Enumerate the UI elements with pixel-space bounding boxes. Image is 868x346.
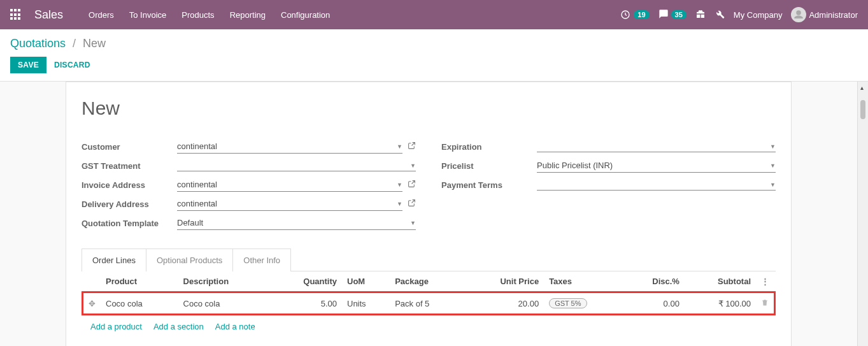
external-link-icon[interactable] bbox=[408, 199, 416, 209]
invoice-address-value: continental bbox=[177, 180, 217, 189]
discuss-button[interactable]: 35 bbox=[658, 9, 687, 21]
order-lines-table: Product Description Quantity UoM Package… bbox=[82, 271, 776, 315]
tabs: Order Lines Optional Products Other Info bbox=[82, 249, 291, 271]
menu-orders[interactable]: Orders bbox=[89, 10, 114, 20]
label-expiration: Expiration bbox=[441, 142, 537, 152]
apps-grid-icon[interactable] bbox=[10, 9, 22, 20]
gst-treatment-field[interactable]: ▼ bbox=[177, 161, 416, 171]
app-brand[interactable]: Sales bbox=[34, 8, 63, 22]
breadcrumb: Quotations / New bbox=[10, 37, 858, 50]
cell-product[interactable]: Coco cola bbox=[101, 292, 178, 315]
pricelist-field[interactable]: Public Pricelist (INR) ▼ bbox=[537, 159, 776, 173]
discuss-badge: 35 bbox=[671, 10, 687, 19]
label-pricelist: Pricelist bbox=[441, 161, 537, 171]
breadcrumb-separator: / bbox=[73, 37, 76, 50]
avatar-icon bbox=[791, 7, 806, 22]
delivery-address-field[interactable]: continental ▼ bbox=[177, 197, 402, 211]
quotation-template-field[interactable]: Default ▼ bbox=[177, 216, 416, 230]
user-menu[interactable]: Administrator bbox=[791, 7, 858, 22]
table-row[interactable]: ✥ Coco cola Coco cola 5.00 Units Pack of… bbox=[83, 292, 775, 315]
customer-value: continental bbox=[177, 141, 217, 151]
drag-handle-icon[interactable]: ✥ bbox=[89, 299, 96, 308]
cell-subtotal: ₹ 100.00 bbox=[685, 292, 756, 315]
tax-chip[interactable]: GST 5% bbox=[549, 298, 587, 308]
chevron-down-icon: ▼ bbox=[770, 182, 776, 188]
gift-button[interactable] bbox=[695, 9, 706, 21]
cell-uom[interactable]: Units bbox=[342, 292, 390, 315]
save-button[interactable]: SAVE bbox=[10, 57, 46, 73]
invoice-address-field[interactable]: continental ▼ bbox=[177, 178, 402, 192]
scroll-up-arrow-icon[interactable]: ▴ bbox=[860, 84, 865, 91]
discard-button[interactable]: DISCARD bbox=[54, 61, 90, 69]
external-link-icon[interactable] bbox=[408, 141, 416, 152]
subheader: Quotations / New SAVE DISCARD bbox=[0, 29, 868, 82]
cell-package[interactable]: Pack of 5 bbox=[390, 292, 464, 315]
th-quantity: Quantity bbox=[270, 271, 342, 292]
add-links: Add a product Add a section Add a note bbox=[82, 315, 776, 338]
cell-quantity[interactable]: 5.00 bbox=[270, 292, 342, 315]
column-menu-icon[interactable]: ⋮ bbox=[761, 277, 769, 286]
top-right: 19 35 My Company Administrator bbox=[620, 7, 858, 22]
breadcrumb-root[interactable]: Quotations bbox=[10, 37, 66, 50]
th-package: Package bbox=[390, 271, 464, 292]
company-selector[interactable]: My Company bbox=[734, 10, 783, 20]
external-link-icon[interactable] bbox=[408, 180, 416, 190]
activities-button[interactable]: 19 bbox=[620, 9, 649, 20]
activities-badge: 19 bbox=[634, 10, 649, 19]
add-product-link[interactable]: Add a product bbox=[90, 322, 142, 331]
th-uom: UoM bbox=[342, 271, 390, 292]
th-unit-price: Unit Price bbox=[464, 271, 544, 292]
payment-terms-field[interactable]: ▼ bbox=[537, 180, 776, 191]
menu-configuration[interactable]: Configuration bbox=[281, 10, 330, 20]
scroll-thumb[interactable] bbox=[860, 100, 865, 119]
menu-to-invoice[interactable]: To Invoice bbox=[129, 10, 167, 20]
expiration-field[interactable]: ▼ bbox=[537, 141, 776, 152]
main-menu: Orders To Invoice Products Reporting Con… bbox=[89, 10, 620, 20]
user-name: Administrator bbox=[809, 10, 858, 20]
chat-icon bbox=[658, 9, 669, 21]
chevron-down-icon: ▼ bbox=[770, 143, 776, 150]
tab-optional-products[interactable]: Optional Products bbox=[146, 249, 233, 271]
customer-field[interactable]: continental ▼ bbox=[177, 140, 402, 154]
chevron-down-icon: ▼ bbox=[770, 162, 776, 169]
pricelist-value: Public Pricelist (INR) bbox=[537, 161, 613, 170]
svg-point-1 bbox=[797, 10, 802, 15]
label-quotation-template: Quotation Template bbox=[82, 219, 177, 228]
add-section-link[interactable]: Add a section bbox=[153, 322, 204, 331]
add-note-link[interactable]: Add a note bbox=[215, 322, 255, 331]
label-gst-treatment: GST Treatment bbox=[82, 161, 177, 171]
debug-button[interactable] bbox=[715, 9, 725, 21]
chevron-down-icon: ▼ bbox=[397, 201, 402, 207]
label-delivery-address: Delivery Address bbox=[82, 199, 177, 209]
th-taxes: Taxes bbox=[544, 271, 623, 292]
clock-icon bbox=[620, 9, 631, 20]
label-customer: Customer bbox=[82, 142, 177, 152]
delivery-address-value: continental bbox=[177, 199, 217, 208]
wrench-icon bbox=[715, 9, 725, 21]
label-invoice-address: Invoice Address bbox=[82, 180, 177, 190]
trash-icon[interactable] bbox=[761, 299, 769, 308]
th-description: Description bbox=[178, 271, 270, 292]
th-subtotal: Subtotal bbox=[685, 271, 756, 292]
menu-products[interactable]: Products bbox=[181, 10, 214, 20]
gift-icon bbox=[695, 9, 706, 21]
breadcrumb-current: New bbox=[83, 37, 106, 50]
cell-disc[interactable]: 0.00 bbox=[623, 292, 685, 315]
tab-order-lines[interactable]: Order Lines bbox=[82, 249, 146, 271]
menu-reporting[interactable]: Reporting bbox=[230, 10, 266, 20]
action-row: SAVE DISCARD bbox=[10, 57, 858, 73]
quotation-template-value: Default bbox=[177, 218, 203, 227]
label-payment-terms: Payment Terms bbox=[441, 180, 537, 190]
topbar: Sales Orders To Invoice Products Reporti… bbox=[0, 0, 868, 29]
cell-description[interactable]: Coco cola bbox=[178, 292, 270, 315]
chevron-down-icon: ▼ bbox=[410, 220, 416, 226]
chevron-down-icon: ▼ bbox=[397, 143, 402, 150]
vertical-scrollbar[interactable]: ▴ bbox=[857, 82, 868, 346]
chevron-down-icon: ▼ bbox=[397, 182, 402, 188]
cell-unit-price[interactable]: 20.00 bbox=[464, 292, 544, 315]
tab-other-info[interactable]: Other Info bbox=[233, 249, 290, 271]
th-disc: Disc.% bbox=[623, 271, 685, 292]
chevron-down-icon: ▼ bbox=[410, 162, 416, 169]
form-card: New Customer continental ▼ GST Treatment bbox=[66, 82, 792, 346]
th-product: Product bbox=[101, 271, 178, 292]
